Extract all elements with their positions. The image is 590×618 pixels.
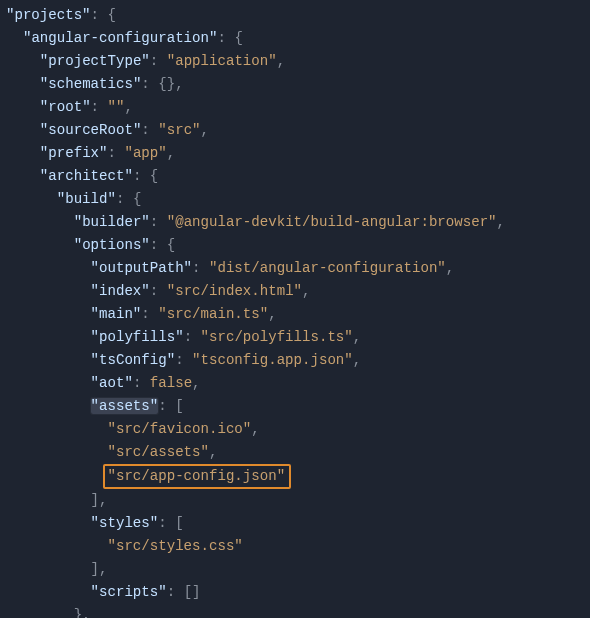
json-key-angular-configuration: "angular-configuration" [23,30,218,46]
json-value: "src/main.ts" [158,306,268,322]
punc: [] [184,584,201,600]
json-key-aot: "aot" [91,375,133,391]
punc: , [99,561,107,577]
punc: : [158,515,175,531]
punc: [ [175,398,183,414]
punc: : [184,329,201,345]
punc: , [277,53,285,69]
punc: : [141,122,158,138]
punc: : [116,191,133,207]
punc: , [82,607,90,618]
json-key-styles: "styles" [91,515,159,531]
json-array-item: "src/assets" [108,444,210,460]
punc: : [192,260,209,276]
json-key-polyfills: "polyfills" [91,329,184,345]
json-key-options: "options" [74,237,150,253]
json-key-main: "main" [91,306,142,322]
punc: ] [91,561,99,577]
punc: : [158,398,175,414]
punc: ] [91,492,99,508]
json-key-scripts: "scripts" [91,584,167,600]
punc: : [141,306,158,322]
json-value: false [150,375,192,391]
json-key-schematics: "schematics" [40,76,142,92]
punc: , [209,444,217,460]
json-key-architect: "architect" [40,168,133,184]
punc: : [91,7,108,23]
punc: : [150,214,167,230]
punc: : [133,375,150,391]
json-value: "application" [167,53,277,69]
punc: , [497,214,505,230]
punc: , [302,283,310,299]
punc: {} [158,76,175,92]
punc: , [446,260,454,276]
punc: { [133,191,141,207]
punc: , [251,421,259,437]
punc: { [150,168,158,184]
punc: , [167,145,175,161]
punc: : [217,30,234,46]
punc: , [175,76,183,92]
json-value: "" [108,99,125,115]
json-value: "src/index.html" [167,283,302,299]
punc: , [268,306,276,322]
json-key-assets-highlight: "assets" [91,398,159,414]
json-value: "dist/angular-configuration" [209,260,446,276]
punc: : [108,145,125,161]
punc: , [124,99,132,115]
json-array-item: "src/styles.css" [108,538,243,554]
punc: [ [175,515,183,531]
json-key-projectType: "projectType" [40,53,150,69]
punc: , [353,329,361,345]
punc: : [141,76,158,92]
json-value: "src/polyfills.ts" [201,329,353,345]
punc: , [353,352,361,368]
punc: { [108,7,116,23]
punc: } [74,607,82,618]
json-value: "app" [124,145,166,161]
json-key-root: "root" [40,99,91,115]
punc: , [99,492,107,508]
json-value: "src" [158,122,200,138]
punc: : [150,237,167,253]
punc: : [175,352,192,368]
punc: , [192,375,200,391]
punc: : [167,584,184,600]
json-value: "@angular-devkit/build-angular:browser" [167,214,497,230]
json-array-item: "src/favicon.ico" [108,421,252,437]
json-key-index: "index" [91,283,150,299]
json-key-prefix: "prefix" [40,145,108,161]
json-key-tsConfig: "tsConfig" [91,352,176,368]
json-key-outputPath: "outputPath" [91,260,193,276]
json-key-sourceRoot: "sourceRoot" [40,122,142,138]
punc: , [201,122,209,138]
json-key-builder: "builder" [74,214,150,230]
punc: : [133,168,150,184]
punc: { [234,30,242,46]
code-editor[interactable]: "projects": { "angular-configuration": {… [0,0,590,618]
punc: : [150,53,167,69]
punc: { [167,237,175,253]
punc: : [150,283,167,299]
json-key-projects: "projects" [6,7,91,23]
punc: : [91,99,108,115]
json-value: "tsconfig.app.json" [192,352,353,368]
json-key-build: "build" [57,191,116,207]
json-array-item-highlighted: "src/app-config.json" [103,464,292,489]
